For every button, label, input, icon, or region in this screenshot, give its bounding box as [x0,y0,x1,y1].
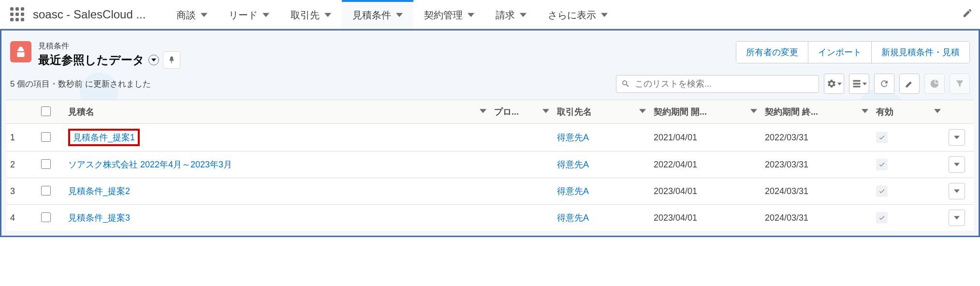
refresh-button[interactable] [874,74,894,94]
chevron-down-icon[interactable] [396,10,403,21]
nav-tab-label: 見積条件 [352,9,391,22]
row-select-checkbox[interactable] [41,212,51,222]
new-record-button[interactable]: 新規見積条件・見積 [872,42,969,63]
row-action-menu[interactable] [949,210,965,226]
nav-tab-label: 商談 [176,9,196,22]
column-valid-label: 有効 [876,107,893,117]
cell-project [490,124,553,151]
record-link[interactable]: 見積条件_提案2 [68,186,130,196]
account-link[interactable]: 得意先A [557,186,589,196]
account-link[interactable]: 得意先A [557,213,589,223]
nav-tab-label: さらに表示 [548,9,596,22]
cell-actions [945,178,974,205]
cell-end: 2022/03/31 [761,124,872,151]
row-number: 4 [6,205,35,231]
import-button[interactable]: インポート [808,42,872,63]
column-valid[interactable]: 有効 [872,100,945,124]
cell-valid [872,205,945,231]
chevron-down-icon[interactable] [263,10,269,21]
cell-name: 見積条件_提案1 [64,124,490,151]
app-name: soasc - SalesCloud ... [33,8,146,21]
row-select-checkbox[interactable] [41,186,51,196]
row-select-checkbox[interactable] [41,132,51,142]
object-icon [10,41,31,62]
row-action-menu[interactable] [949,156,965,173]
record-link[interactable]: ソアスク株式会社 2022年4月～2023年3月 [68,160,232,169]
row-number: 2 [6,151,35,178]
column-account[interactable]: 取引先名 [553,100,650,124]
account-link[interactable]: 得意先A [557,160,589,169]
chevron-down-icon[interactable] [601,10,608,21]
cell-end: 2024/03/31 [761,178,872,205]
column-contract-end[interactable]: 契約期間 終... [761,100,872,124]
account-link[interactable]: 得意先A [557,133,589,142]
change-owner-button[interactable]: 所有者の変更 [736,42,808,63]
cell-account: 得意先A [553,151,650,178]
nav-tab[interactable]: さらに表示 [537,0,618,29]
list-view-title[interactable]: 最近参照したデータ [38,52,145,68]
edit-nav-icon[interactable] [962,8,973,21]
row-action-menu[interactable] [949,183,965,199]
cell-project [490,178,553,205]
search-input[interactable] [634,78,814,90]
table-row: 4見積条件_提案3得意先A2023/04/012024/03/31 [6,205,974,231]
chevron-down-icon[interactable] [201,10,207,21]
cell-end: 2023/03/31 [761,151,872,178]
nav-tab[interactable]: 商談 [166,0,218,29]
cell-valid [872,151,945,178]
inline-edit-button[interactable] [899,74,920,94]
cell-start: 2023/04/01 [650,178,761,205]
column-start-label: 契約期間 開... [654,107,707,117]
column-name[interactable]: 見積名 [64,100,490,124]
cell-valid [872,124,945,151]
list-view-switcher[interactable] [148,55,159,65]
column-project[interactable]: プロ... [490,100,553,124]
record-link[interactable]: 見積条件_提案3 [68,213,130,223]
display-as-button[interactable] [849,74,869,94]
chevron-down-icon [862,107,868,117]
list-settings-button[interactable] [824,74,844,94]
pin-list-button[interactable] [163,51,180,69]
cell-start: 2023/04/01 [650,205,761,231]
cell-start: 2022/04/01 [650,151,761,178]
select-all-checkbox[interactable] [41,106,51,116]
column-contract-start[interactable]: 契約期間 開... [650,100,761,124]
chevron-down-icon[interactable] [324,10,331,21]
table-row: 3見積条件_提案2得意先A2023/04/012024/03/31 [6,178,974,205]
list-search-box[interactable] [616,75,819,93]
nav-tab-label: 契約管理 [424,9,463,22]
global-nav: soasc - SalesCloud ... 商談リード取引先見積条件契約管理請… [0,0,980,29]
column-account-label: 取引先名 [557,107,592,117]
nav-tab[interactable]: 取引先 [280,0,342,29]
cell-account: 得意先A [553,178,650,205]
cell-start: 2021/04/01 [650,124,761,151]
record-link[interactable]: 見積条件_提案1 [73,133,135,142]
table-row: 1見積条件_提案1得意先A2021/04/012022/03/31 [6,124,974,151]
cell-actions [945,151,974,178]
column-row-number [6,100,35,124]
subheader: 5 個の項目・数秒前 に更新されました [6,71,974,100]
nav-tab[interactable]: 見積条件 [342,0,413,29]
chevron-down-icon[interactable] [468,10,474,21]
nav-tabs: 商談リード取引先見積条件契約管理請求さらに表示 [166,0,618,29]
row-action-menu[interactable] [949,129,965,146]
column-select-all[interactable] [35,100,64,124]
row-select-cell [35,124,64,151]
header-actions: 所有者の変更 インポート 新規見積条件・見積 [736,41,970,63]
column-actions [945,100,974,124]
valid-check-icon [876,185,888,197]
app-launcher-icon[interactable] [7,4,27,24]
record-table: 見積名 プロ... 取引先名 契約期間 開... 契約期間 終... 有効 1見… [6,100,974,231]
cell-account: 得意先A [553,124,650,151]
nav-tab[interactable]: リード [218,0,280,29]
valid-check-icon [876,212,888,224]
search-icon [621,79,630,88]
cell-name: ソアスク株式会社 2022年4月～2023年3月 [64,151,490,178]
chevron-down-icon[interactable] [520,10,527,21]
chevron-down-icon [934,107,941,117]
valid-check-icon [876,159,888,170]
nav-tab[interactable]: 請求 [485,0,537,29]
nav-tab[interactable]: 契約管理 [413,0,485,29]
cell-name: 見積条件_提案2 [64,178,490,205]
row-select-checkbox[interactable] [41,159,51,169]
